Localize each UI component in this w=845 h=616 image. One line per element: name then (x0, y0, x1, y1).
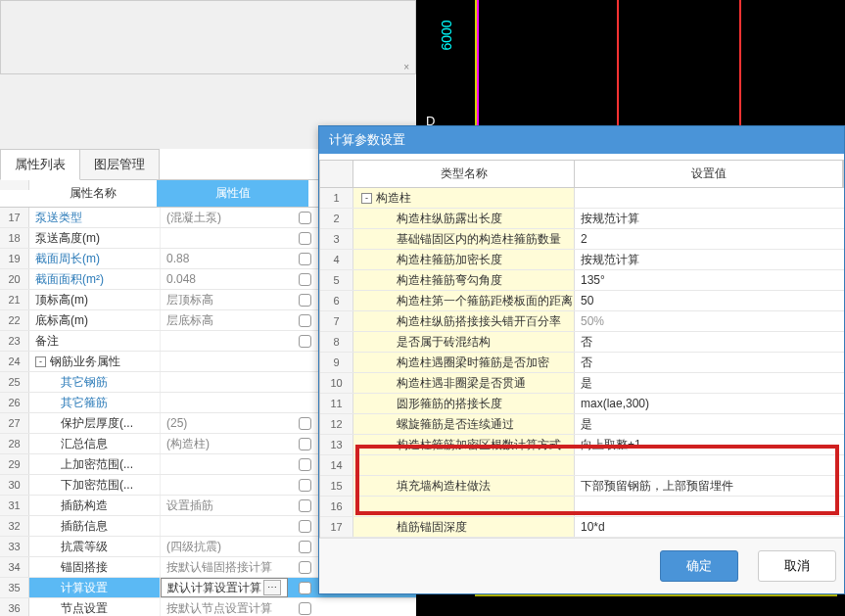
param-row[interactable]: 17植筋锚固深度10*d (320, 517, 844, 538)
param-value[interactable]: 10*d (575, 517, 844, 537)
param-value[interactable]: 135° (575, 270, 844, 290)
property-value[interactable] (161, 331, 288, 351)
attach-checkbox[interactable] (299, 479, 311, 492)
param-name: 构造柱箍筋弯勾角度 (353, 270, 575, 290)
dialog-title[interactable]: 计算参数设置 (319, 126, 844, 154)
attach-checkbox[interactable] (299, 417, 311, 430)
property-row[interactable]: 36节点设置按默认节点设置计算 (0, 598, 416, 616)
property-value[interactable]: 层顶标高 (161, 290, 288, 309)
gridline (477, 0, 479, 127)
param-value[interactable] (575, 455, 844, 475)
param-row[interactable]: 13构造柱箍筋加密区根数计算方式向上取整+1 (320, 435, 844, 455)
dialog-footer: 确定 取消 (319, 538, 844, 593)
property-value[interactable]: 默认计算设置计算⋯ (161, 578, 288, 597)
attach-checkbox[interactable] (299, 541, 311, 553)
collapse-icon[interactable]: - (35, 356, 46, 367)
property-value[interactable]: 0.048 (161, 269, 288, 289)
property-name: 插筋构造 (29, 496, 161, 515)
collapse-icon[interactable]: - (361, 193, 372, 204)
param-row[interactable]: 14 (320, 455, 844, 476)
ok-button[interactable]: 确定 (660, 550, 738, 582)
param-row[interactable]: 1-构造柱 (320, 188, 844, 209)
col-set-value[interactable]: 设置值 (575, 161, 843, 187)
param-value[interactable]: 是 (575, 373, 844, 393)
property-name: 泵送类型 (29, 208, 161, 227)
property-value[interactable]: 设置插筋 (161, 496, 288, 515)
col-header-name[interactable]: 属性名称 (29, 180, 157, 207)
attach-checkbox[interactable] (299, 438, 311, 450)
attach-checkbox[interactable] (299, 314, 311, 327)
attach-checkbox[interactable] (299, 520, 311, 533)
param-row[interactable]: 8是否属于砖混结构否 (320, 332, 844, 353)
property-value[interactable] (161, 454, 288, 474)
property-value[interactable]: 按默认锚固搭接计算 (161, 557, 288, 577)
param-row[interactable]: 2构造柱纵筋露出长度按规范计算 (320, 209, 844, 229)
property-value[interactable]: 层底标高 (161, 310, 288, 330)
param-value[interactable]: 2 (575, 229, 844, 249)
property-value[interactable]: (25) (161, 413, 288, 433)
property-value[interactable]: (混凝土泵) (161, 208, 288, 227)
property-name: 截面面积(m²) (29, 269, 161, 289)
attach-checkbox[interactable] (299, 294, 311, 307)
attach-checkbox[interactable] (299, 273, 311, 286)
param-value[interactable]: max(lae,300) (575, 394, 844, 413)
param-value[interactable]: 下部预留钢筋，上部预留埋件 (575, 476, 844, 496)
param-row[interactable]: 9构造柱遇圈梁时箍筋是否加密否 (320, 353, 844, 373)
col-type-name[interactable]: 类型名称 (353, 161, 575, 187)
param-value[interactable]: 向上取整+1 (575, 435, 844, 454)
row-number: 26 (0, 393, 29, 412)
attach-checkbox[interactable] (299, 561, 311, 574)
property-value[interactable] (161, 352, 288, 371)
attach-checkbox[interactable] (299, 212, 311, 224)
attach-checkbox[interactable] (299, 335, 311, 348)
param-body[interactable]: 1-构造柱2构造柱纵筋露出长度按规范计算3基础锚固区内的构造柱箍筋数量24构造柱… (319, 188, 844, 538)
param-row[interactable]: 11圆形箍筋的搭接长度max(lae,300) (320, 394, 844, 414)
attach-checkbox[interactable] (299, 582, 311, 594)
param-row[interactable]: 4构造柱箍筋加密长度按规范计算 (320, 250, 844, 270)
param-value[interactable] (575, 188, 844, 208)
param-row[interactable]: 5构造柱箍筋弯勾角度135° (320, 270, 844, 291)
property-value[interactable]: 0.88 (161, 249, 288, 268)
param-row[interactable]: 6构造柱第一个箍筋距楼板面的距离50 (320, 291, 844, 311)
property-value[interactable] (161, 516, 288, 536)
attach-checkbox[interactable] (299, 458, 311, 471)
param-value[interactable]: 按规范计算 (575, 250, 844, 269)
param-value[interactable]: 按规范计算 (575, 209, 844, 228)
param-row[interactable]: 15填充墙构造柱做法下部预留钢筋，上部预留埋件 (320, 476, 844, 497)
dim-line (475, 594, 837, 596)
param-row[interactable]: 10构造柱遇非圈梁是否贯通是 (320, 373, 844, 394)
param-value[interactable]: 否 (575, 353, 844, 372)
cancel-button[interactable]: 取消 (758, 550, 836, 582)
browse-button[interactable]: ⋯ (263, 580, 281, 595)
param-value[interactable] (575, 497, 844, 516)
tab-properties[interactable]: 属性列表 (0, 149, 80, 180)
close-icon[interactable]: × (403, 62, 409, 72)
attach-checkbox[interactable] (299, 232, 311, 245)
param-name: 植筋锚固深度 (353, 517, 575, 537)
col-header-value[interactable]: 属性值 (157, 180, 308, 207)
property-value[interactable]: 按默认节点设置计算 (161, 598, 288, 616)
attach-checkbox[interactable] (299, 499, 311, 512)
attach-checkbox[interactable] (299, 253, 311, 265)
tab-layers[interactable]: 图层管理 (79, 149, 160, 179)
attach-cell (288, 335, 322, 348)
row-number: 24 (0, 352, 29, 371)
property-value[interactable] (161, 393, 288, 412)
param-value[interactable]: 否 (575, 332, 844, 352)
cad-top-area: 6000 D (416, 0, 845, 127)
row-number: 16 (320, 497, 353, 516)
property-value[interactable]: (构造柱) (161, 434, 288, 453)
param-row[interactable]: 3基础锚固区内的构造柱箍筋数量2 (320, 229, 844, 250)
param-row[interactable]: 12螺旋箍筋是否连续通过是 (320, 414, 844, 435)
property-value[interactable] (161, 475, 288, 495)
param-value[interactable]: 是 (575, 414, 844, 434)
property-value[interactable] (161, 228, 288, 248)
property-value[interactable]: (四级抗震) (161, 537, 288, 556)
param-value[interactable]: 50% (575, 311, 844, 331)
param-value[interactable]: 50 (575, 291, 844, 310)
param-row[interactable]: 16 (320, 497, 844, 517)
attach-checkbox[interactable] (299, 602, 311, 615)
param-row[interactable]: 7构造柱纵筋搭接接头错开百分率50% (320, 311, 844, 332)
property-value[interactable] (161, 372, 288, 392)
property-name: 顶标高(m) (29, 290, 161, 309)
